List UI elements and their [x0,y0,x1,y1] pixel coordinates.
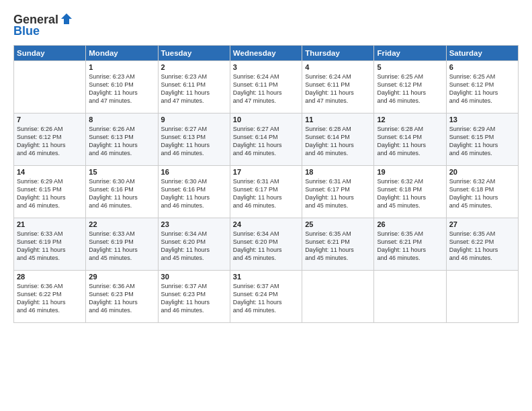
calendar-cell: 3Sunrise: 6:24 AM Sunset: 6:11 PM Daylig… [230,61,302,113]
day-number: 3 [233,63,299,71]
calendar-cell: 24Sunrise: 6:34 AM Sunset: 6:20 PM Dayli… [230,218,302,271]
header-cell-tuesday: Tuesday [158,46,230,61]
day-content: Sunrise: 6:26 AM Sunset: 6:12 PM Dayligh… [17,125,83,158]
calendar-cell: 20Sunrise: 6:32 AM Sunset: 6:18 PM Dayli… [446,166,518,218]
day-number: 23 [161,220,227,228]
day-number: 14 [17,168,83,176]
day-content: Sunrise: 6:32 AM Sunset: 6:18 PM Dayligh… [377,177,443,210]
calendar-cell: 18Sunrise: 6:31 AM Sunset: 6:17 PM Dayli… [302,166,374,218]
day-content: Sunrise: 6:31 AM Sunset: 6:17 PM Dayligh… [305,177,371,210]
calendar-cell: 8Sunrise: 6:26 AM Sunset: 6:13 PM Daylig… [86,113,158,166]
day-number: 27 [449,220,515,228]
day-number: 29 [89,273,154,281]
day-content: Sunrise: 6:33 AM Sunset: 6:19 PM Dayligh… [89,230,154,263]
day-content: Sunrise: 6:36 AM Sunset: 6:23 PM Dayligh… [89,282,154,315]
calendar-cell: 26Sunrise: 6:35 AM Sunset: 6:21 PM Dayli… [374,218,446,271]
calendar-cell: 14Sunrise: 6:29 AM Sunset: 6:15 PM Dayli… [14,166,86,218]
day-number: 1 [89,63,154,71]
calendar-week-row: 14Sunrise: 6:29 AM Sunset: 6:15 PM Dayli… [14,166,519,218]
day-number: 22 [89,220,154,228]
day-content: Sunrise: 6:28 AM Sunset: 6:14 PM Dayligh… [305,125,371,158]
calendar-cell: 22Sunrise: 6:33 AM Sunset: 6:19 PM Dayli… [86,218,158,271]
calendar-table: SundayMondayTuesdayWednesdayThursdayFrid… [13,45,519,323]
calendar-cell: 19Sunrise: 6:32 AM Sunset: 6:18 PM Dayli… [374,166,446,218]
calendar-cell: 4Sunrise: 6:24 AM Sunset: 6:11 PM Daylig… [302,61,374,113]
day-number: 26 [377,220,443,228]
header-cell-saturday: Saturday [446,46,518,61]
calendar-cell: 25Sunrise: 6:35 AM Sunset: 6:21 PM Dayli… [302,218,374,271]
day-content: Sunrise: 6:30 AM Sunset: 6:16 PM Dayligh… [161,177,227,210]
day-number: 15 [89,168,154,176]
day-content: Sunrise: 6:28 AM Sunset: 6:14 PM Dayligh… [377,125,443,158]
logo: General Blue [13,12,73,38]
day-number: 17 [233,168,299,176]
day-number: 5 [377,63,443,71]
calendar-cell: 31Sunrise: 6:37 AM Sunset: 6:24 PM Dayli… [230,271,302,323]
calendar-week-row: 21Sunrise: 6:33 AM Sunset: 6:19 PM Dayli… [14,218,519,271]
day-content: Sunrise: 6:25 AM Sunset: 6:12 PM Dayligh… [449,73,515,105]
day-content: Sunrise: 6:35 AM Sunset: 6:21 PM Dayligh… [377,230,443,263]
day-content: Sunrise: 6:23 AM Sunset: 6:11 PM Dayligh… [161,73,227,105]
calendar-cell [302,271,374,323]
day-number: 10 [233,116,299,124]
calendar-cell: 21Sunrise: 6:33 AM Sunset: 6:19 PM Dayli… [14,218,86,271]
calendar-cell: 9Sunrise: 6:27 AM Sunset: 6:13 PM Daylig… [158,113,230,166]
calendar-cell: 10Sunrise: 6:27 AM Sunset: 6:14 PM Dayli… [230,113,302,166]
calendar-cell: 5Sunrise: 6:25 AM Sunset: 6:12 PM Daylig… [374,61,446,113]
day-content: Sunrise: 6:33 AM Sunset: 6:19 PM Dayligh… [17,230,83,263]
day-number: 25 [305,220,371,228]
calendar-cell [374,271,446,323]
day-content: Sunrise: 6:35 AM Sunset: 6:21 PM Dayligh… [305,230,371,263]
day-content: Sunrise: 6:36 AM Sunset: 6:22 PM Dayligh… [17,282,83,315]
day-content: Sunrise: 6:27 AM Sunset: 6:14 PM Dayligh… [233,125,299,158]
day-content: Sunrise: 6:34 AM Sunset: 6:20 PM Dayligh… [233,230,299,263]
day-content: Sunrise: 6:37 AM Sunset: 6:23 PM Dayligh… [161,282,227,315]
day-content: Sunrise: 6:23 AM Sunset: 6:10 PM Dayligh… [89,73,154,105]
calendar-cell: 6Sunrise: 6:25 AM Sunset: 6:12 PM Daylig… [446,61,518,113]
calendar-page: General Blue SundayMondayTuesdayWednesda… [0,0,532,411]
calendar-week-row: 1Sunrise: 6:23 AM Sunset: 6:10 PM Daylig… [14,61,519,113]
day-number: 11 [305,116,371,124]
day-number: 8 [89,116,154,124]
day-content: Sunrise: 6:29 AM Sunset: 6:15 PM Dayligh… [17,177,83,210]
day-content: Sunrise: 6:30 AM Sunset: 6:16 PM Dayligh… [89,177,154,210]
day-content: Sunrise: 6:34 AM Sunset: 6:20 PM Dayligh… [161,230,227,263]
calendar-cell: 2Sunrise: 6:23 AM Sunset: 6:11 PM Daylig… [158,61,230,113]
day-number: 6 [449,63,515,71]
day-content: Sunrise: 6:25 AM Sunset: 6:12 PM Dayligh… [377,73,443,105]
header-cell-friday: Friday [374,46,446,61]
header-cell-thursday: Thursday [302,46,374,61]
day-content: Sunrise: 6:31 AM Sunset: 6:17 PM Dayligh… [233,177,299,210]
day-number: 30 [161,273,227,281]
day-number: 7 [17,116,83,124]
day-content: Sunrise: 6:24 AM Sunset: 6:11 PM Dayligh… [305,73,371,105]
calendar-cell: 17Sunrise: 6:31 AM Sunset: 6:17 PM Dayli… [230,166,302,218]
calendar-cell: 1Sunrise: 6:23 AM Sunset: 6:10 PM Daylig… [86,61,158,113]
calendar-cell: 28Sunrise: 6:36 AM Sunset: 6:22 PM Dayli… [14,271,86,323]
header-cell-monday: Monday [86,46,158,61]
calendar-cell: 27Sunrise: 6:35 AM Sunset: 6:22 PM Dayli… [446,218,518,271]
calendar-cell: 29Sunrise: 6:36 AM Sunset: 6:23 PM Dayli… [86,271,158,323]
day-content: Sunrise: 6:29 AM Sunset: 6:15 PM Dayligh… [449,125,515,158]
calendar-header-row: SundayMondayTuesdayWednesdayThursdayFrid… [14,46,519,61]
day-number: 21 [17,220,83,228]
day-number: 2 [161,63,227,71]
day-content: Sunrise: 6:24 AM Sunset: 6:11 PM Dayligh… [233,73,299,105]
day-number: 24 [233,220,299,228]
day-number: 13 [449,116,515,124]
day-number: 16 [161,168,227,176]
day-number: 12 [377,116,443,124]
calendar-cell: 11Sunrise: 6:28 AM Sunset: 6:14 PM Dayli… [302,113,374,166]
header-cell-sunday: Sunday [14,46,86,61]
day-content: Sunrise: 6:27 AM Sunset: 6:13 PM Dayligh… [161,125,227,158]
calendar-cell: 12Sunrise: 6:28 AM Sunset: 6:14 PM Dayli… [374,113,446,166]
day-number: 4 [305,63,371,71]
calendar-cell: 16Sunrise: 6:30 AM Sunset: 6:16 PM Dayli… [158,166,230,218]
day-number: 19 [377,168,443,176]
calendar-cell [14,61,86,113]
day-number: 9 [161,116,227,124]
calendar-cell: 15Sunrise: 6:30 AM Sunset: 6:16 PM Dayli… [86,166,158,218]
day-content: Sunrise: 6:35 AM Sunset: 6:22 PM Dayligh… [449,230,515,263]
day-number: 28 [17,273,83,281]
day-content: Sunrise: 6:26 AM Sunset: 6:13 PM Dayligh… [89,125,154,158]
